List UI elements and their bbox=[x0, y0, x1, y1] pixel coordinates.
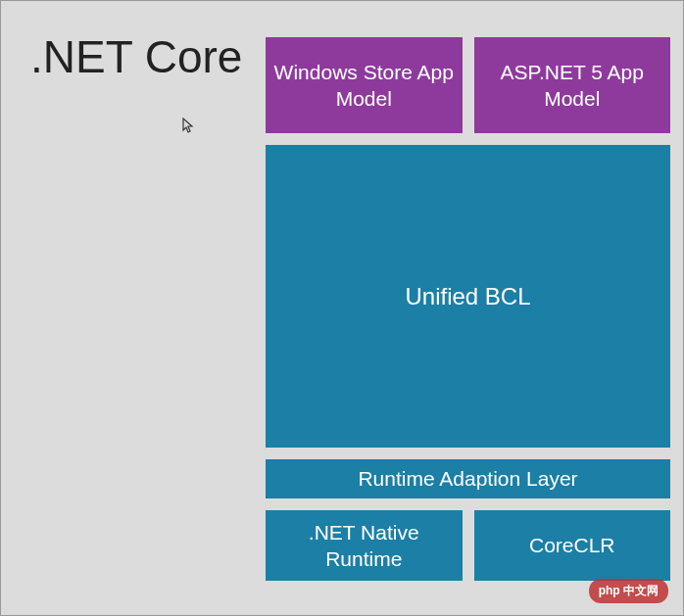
app-models-row: Windows Store App Model ASP.NET 5 App Mo… bbox=[266, 37, 670, 133]
net-native-runtime-box: .NET Native Runtime bbox=[266, 510, 463, 581]
runtime-adaption-layer-box: Runtime Adaption Layer bbox=[266, 459, 670, 498]
windows-store-app-model-box: Windows Store App Model bbox=[266, 37, 463, 133]
coreclr-box: CoreCLR bbox=[474, 510, 671, 581]
runtimes-row: .NET Native Runtime CoreCLR bbox=[266, 510, 670, 581]
diagram-title: .NET Core bbox=[30, 30, 242, 83]
aspnet-app-model-box: ASP.NET 5 App Model bbox=[474, 37, 671, 133]
cursor-icon bbox=[179, 117, 195, 141]
watermark-badge: php 中文网 bbox=[589, 579, 668, 603]
unified-bcl-box: Unified BCL bbox=[266, 145, 670, 448]
architecture-stack: Windows Store App Model ASP.NET 5 App Mo… bbox=[266, 37, 670, 581]
